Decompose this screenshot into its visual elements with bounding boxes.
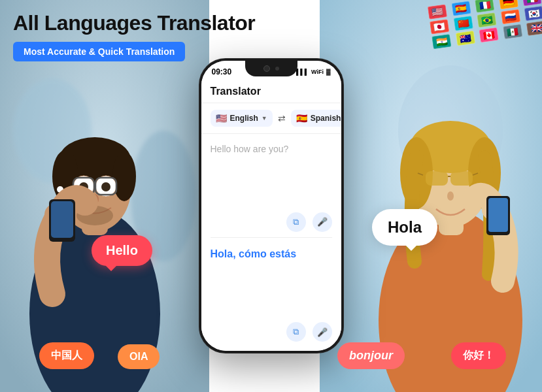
flag-item: 🇧🇷 <box>477 12 497 28</box>
copy-target-icon: ⧉ <box>293 327 299 337</box>
flag-item: 🇰🇷 <box>524 6 542 22</box>
source-text-display[interactable]: Hello how are you? <box>211 143 332 207</box>
phone-screen: 09:30 ▌▌▌ WiFi ▓ Translator 🇺🇸 English ▼… <box>201 61 341 351</box>
source-flag: 🇺🇸 <box>216 113 227 123</box>
target-action-buttons: ⧉ 🎤 <box>211 317 332 342</box>
language-selector: 🇺🇸 English ▼ ⇄ 🇪🇸 Spanish ▼ <box>201 103 341 134</box>
mic-source-btn[interactable]: 🎤 <box>313 212 332 232</box>
battery-icon: ▓ <box>326 69 331 75</box>
flag-item: 🇨🇦 <box>479 27 500 43</box>
translated-text-display: Hola, cómo estás <box>211 238 332 318</box>
flag-item: 🇩🇪 <box>498 0 518 10</box>
flag-item: 🇨🇳 <box>453 16 473 31</box>
flag-grid: 🇺🇸🇪🇸🇫🇷🇩🇪🇮🇹🇯🇵🇨🇳🇧🇷🇷🇺🇰🇷🇮🇳🇦🇺🇨🇦🇲🇽🇬🇧 <box>420 0 542 57</box>
bubble-hola: Hola <box>372 209 437 246</box>
svg-rect-32 <box>450 171 473 186</box>
flags-corner: 🇺🇸🇪🇸🇫🇷🇩🇪🇮🇹🇯🇵🇨🇳🇧🇷🇷🇺🇰🇷🇮🇳🇦🇺🇨🇦🇲🇽🇬🇧 <box>411 0 542 78</box>
flag-item: 🇷🇺 <box>501 9 521 25</box>
svg-point-8 <box>112 152 136 201</box>
copy-source-btn[interactable]: ⧉ <box>286 212 306 232</box>
bubble-oia: OIA <box>118 344 160 369</box>
page-title: All Languages Translator <box>13 10 255 35</box>
bubble-chinese: 中国人 <box>39 342 94 369</box>
target-language-name: Spanish <box>311 114 341 123</box>
translation-area: Hello how are you? ⧉ 🎤 Hola, cómo estás … <box>201 134 341 351</box>
source-dropdown-arrow: ▼ <box>262 115 267 122</box>
source-language-btn[interactable]: 🇺🇸 English ▼ <box>211 110 273 127</box>
status-icons: ▌▌▌ WiFi ▓ <box>296 69 331 75</box>
flag-item: 🇺🇸 <box>428 4 448 20</box>
wifi-icon: WiFi <box>311 69 324 75</box>
source-action-buttons: ⧉ 🎤 <box>211 207 332 238</box>
target-language-btn[interactable]: 🇪🇸 Spanish ▼ <box>291 110 341 127</box>
svg-rect-39 <box>488 198 508 232</box>
flag-item: 🇫🇷 <box>475 0 495 13</box>
header: All Languages Translator Most Accurate &… <box>13 10 255 61</box>
phone-body: 09:30 ▌▌▌ WiFi ▓ Translator 🇺🇸 English ▼… <box>199 59 343 353</box>
flag-item: 🇲🇽 <box>503 24 523 40</box>
translator-title: Translator <box>211 86 261 97</box>
mic-target-icon: 🎤 <box>317 327 328 337</box>
svg-rect-31 <box>426 171 448 186</box>
flag-item: 🇦🇺 <box>455 31 475 46</box>
phone-mockup: 09:30 ▌▌▌ WiFi ▓ Translator 🇺🇸 English ▼… <box>199 59 343 353</box>
flag-item: 🇯🇵 <box>430 19 450 35</box>
notch-speaker <box>275 67 279 71</box>
flag-item: 🇬🇧 <box>526 20 542 36</box>
svg-rect-22 <box>51 201 73 238</box>
status-time: 09:30 <box>212 67 232 76</box>
mic-target-btn[interactable]: 🎤 <box>313 322 332 342</box>
flag-item: 🇪🇸 <box>451 1 471 16</box>
bubble-bonjour: bonjour <box>337 342 405 369</box>
bubble-hello: Hello <box>92 235 152 266</box>
source-language-name: English <box>230 114 258 123</box>
swap-languages-btn[interactable]: ⇄ <box>278 113 286 123</box>
svg-point-15 <box>101 182 110 191</box>
signal-icon: ▌▌▌ <box>296 69 309 75</box>
flag-item: 🇮🇳 <box>432 34 452 50</box>
app-header-bar: Translator <box>201 80 341 103</box>
copy-target-btn[interactable]: ⧉ <box>286 322 306 342</box>
copy-icon: ⧉ <box>293 217 299 227</box>
bubble-nihao: 你好！ <box>451 342 506 369</box>
target-flag: 🇪🇸 <box>296 113 307 123</box>
phone-notch <box>245 61 297 76</box>
mic-icon: 🎤 <box>317 217 328 227</box>
subtitle-badge: Most Accurate & Quick Translation <box>13 42 185 61</box>
flag-item: 🇮🇹 <box>522 0 542 7</box>
svg-point-36 <box>447 191 454 201</box>
notch-camera <box>263 65 270 72</box>
